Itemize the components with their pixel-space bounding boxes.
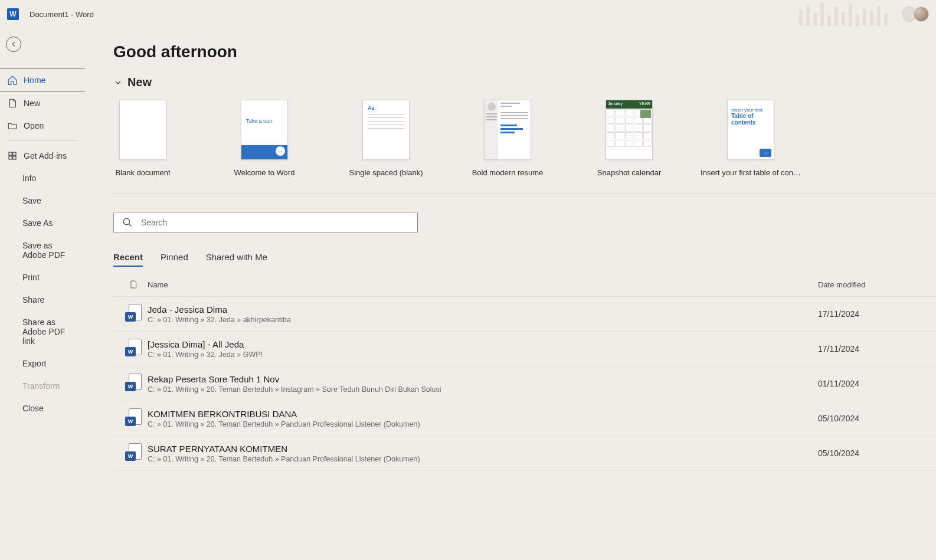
template-welcome[interactable]: Take a tour Welcome to Word <box>241 100 288 177</box>
nav-share-adobe[interactable]: Share as Adobe PDF link <box>0 311 85 352</box>
file-title: Jeda - Jessica Dima <box>148 304 818 315</box>
nav-print[interactable]: Print <box>0 266 85 289</box>
window-title: Document1 - Word <box>30 10 94 19</box>
nav-save[interactable]: Save <box>0 189 85 212</box>
file-title: Rekap Peserta Sore Teduh 1 Nov <box>148 374 818 384</box>
arrow-left-icon <box>9 40 18 48</box>
file-row[interactable]: W [Jessica Dima] - All Jeda C: » 01. Wri… <box>113 332 936 366</box>
template-calendar[interactable]: JanuaryYEAR Snapshot calendar <box>606 100 653 177</box>
nav-export[interactable]: Export <box>0 352 85 375</box>
template-toc-thumb: Insert your first Table of contents → <box>727 100 774 160</box>
nav-info[interactable]: Info <box>0 167 85 189</box>
back-button[interactable] <box>6 37 21 52</box>
file-date: 05/10/2024 <box>818 448 936 458</box>
template-blank[interactable]: Blank document <box>119 100 166 177</box>
file-row[interactable]: W SURAT PERNYATAAN KOMITMEN C: » 01. Wri… <box>113 436 936 471</box>
tour-text: Take a tour <box>241 100 287 124</box>
file-row[interactable]: W Rekap Peserta Sore Teduh 1 Nov C: » 01… <box>113 366 936 401</box>
nav-divider <box>7 140 78 141</box>
file-title: KOMITMEN BERKONTRIBUSI DANA <box>148 409 818 419</box>
titlebar: W Document1 - Word <box>0 0 936 28</box>
nav-export-label: Export <box>22 359 46 368</box>
nav-get-addins[interactable]: Get Add-ins <box>0 145 85 167</box>
file-date: 17/11/2024 <box>818 344 936 353</box>
nav-save-as[interactable]: Save As <box>0 212 85 234</box>
word-logo-icon: W <box>7 8 19 20</box>
word-doc-icon: W <box>125 374 142 394</box>
nav-share-adobe-label: Share as Adobe PDF link <box>22 317 78 346</box>
aa-text: Aa <box>368 105 404 111</box>
word-doc-icon: W <box>125 443 142 463</box>
table-header: Name Date modified <box>113 280 936 297</box>
tab-shared[interactable]: Shared with Me <box>206 252 267 267</box>
nav-new-label: New <box>24 99 40 108</box>
nav-transform-label: Transform <box>22 381 60 391</box>
svg-point-4 <box>123 218 130 225</box>
file-title: [Jessica Dima] - All Jeda <box>148 339 818 349</box>
toc-line2: Table of <box>731 113 770 119</box>
section-new-header[interactable]: New <box>113 76 936 89</box>
template-single-thumb: Aa <box>362 100 410 160</box>
template-single-spaced[interactable]: Aa Single spaced (blank) <box>362 100 410 177</box>
nav-close-label: Close <box>22 404 44 413</box>
template-toc[interactable]: Insert your first Table of contents → In… <box>727 100 774 177</box>
home-icon <box>7 75 18 86</box>
template-resume-label: Bold modern resume <box>472 168 544 177</box>
arrow-circle-icon: → <box>760 149 771 157</box>
cal-year: YEAR <box>639 101 650 107</box>
sidebar: Home New Open Get Add-ins Info Save Save… <box>0 28 85 560</box>
toc-line1: Insert your first <box>731 107 770 113</box>
blue-band-icon <box>241 145 287 159</box>
divider <box>113 194 936 194</box>
file-path: C: » 01. Writing » 20. Teman Berteduh » … <box>148 420 818 428</box>
nav-open-label: Open <box>24 121 44 130</box>
tab-pinned[interactable]: Pinned <box>161 252 188 267</box>
search-box[interactable] <box>113 212 418 233</box>
section-new-label: New <box>127 76 152 89</box>
file-row[interactable]: W Jeda - Jessica Dima C: » 01. Writing »… <box>113 297 936 332</box>
nav-info-label: Info <box>22 173 36 183</box>
addins-icon <box>7 150 18 161</box>
tab-recent[interactable]: Recent <box>113 252 143 267</box>
template-blank-thumb <box>119 100 166 160</box>
col-name-header[interactable]: Name <box>148 280 818 289</box>
template-single-label: Single spaced (blank) <box>349 168 423 177</box>
nav-share[interactable]: Share <box>0 289 85 311</box>
nav-save-adobe[interactable]: Save as Adobe PDF <box>0 234 85 266</box>
template-calendar-thumb: JanuaryYEAR <box>606 100 653 160</box>
file-icon <box>7 98 18 109</box>
template-resume[interactable]: Bold modern resume <box>484 100 531 177</box>
word-doc-icon: W <box>125 339 142 359</box>
template-welcome-thumb: Take a tour <box>241 100 288 160</box>
file-row[interactable]: W KOMITMEN BERKONTRIBUSI DANA C: » 01. W… <box>113 401 936 436</box>
nav-home[interactable]: Home <box>0 68 85 92</box>
file-date: 01/11/2024 <box>818 379 936 388</box>
file-path: C: » 01. Writing » 20. Teman Berteduh » … <box>148 385 818 394</box>
nav-share-label: Share <box>22 295 44 304</box>
svg-rect-2 <box>9 156 12 159</box>
nav-transform: Transform <box>0 375 85 397</box>
toc-line3: contents <box>731 119 770 126</box>
search-icon <box>122 217 133 228</box>
folder-open-icon <box>7 120 18 131</box>
col-date-header[interactable]: Date modified <box>818 280 936 289</box>
nav-save-label: Save <box>22 196 41 205</box>
file-title: SURAT PERNYATAAN KOMITMEN <box>148 444 818 454</box>
file-path: C: » 01. Writing » 20. Teman Berteduh » … <box>148 455 818 463</box>
template-welcome-label: Welcome to Word <box>234 168 295 177</box>
nav-open[interactable]: Open <box>0 114 85 137</box>
decor-bars-icon <box>799 2 888 26</box>
svg-rect-1 <box>13 152 16 155</box>
template-gallery: Blank document Take a tour Welcome to Wo… <box>113 100 936 177</box>
svg-rect-3 <box>13 156 16 159</box>
col-icon-header <box>119 280 148 289</box>
nav-new[interactable]: New <box>0 92 85 114</box>
nav-save-as-label: Save As <box>22 218 53 228</box>
user-avatar[interactable] <box>914 6 929 22</box>
svg-rect-0 <box>9 152 12 155</box>
nav-close[interactable]: Close <box>0 397 85 420</box>
nav-print-label: Print <box>22 273 40 282</box>
word-doc-icon: W <box>125 304 142 324</box>
search-input[interactable] <box>141 218 409 227</box>
nav-save-adobe-label: Save as Adobe PDF <box>22 241 78 260</box>
